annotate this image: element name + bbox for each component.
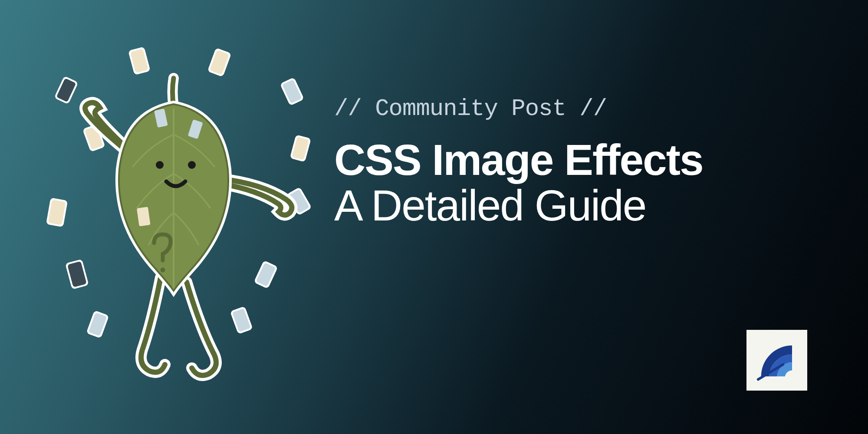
svg-point-28 (188, 161, 196, 169)
svg-rect-1 (130, 49, 148, 73)
svg-rect-3 (210, 50, 229, 75)
leaf-character-illustration (39, 35, 343, 391)
svg-rect-11 (292, 137, 309, 160)
hero-text-block: // Community Post // CSS Image Effects A… (334, 95, 812, 228)
brand-logo (746, 330, 807, 391)
title-primary: CSS Image Effects (334, 137, 812, 183)
speed-arc-icon (752, 335, 802, 385)
svg-rect-17 (67, 261, 87, 287)
svg-point-27 (156, 161, 164, 169)
leaf-character (85, 78, 292, 375)
title-secondary: A Detailed Guide (334, 183, 812, 228)
eyebrow-label: // Community Post // (334, 95, 812, 122)
svg-point-29 (161, 268, 165, 273)
